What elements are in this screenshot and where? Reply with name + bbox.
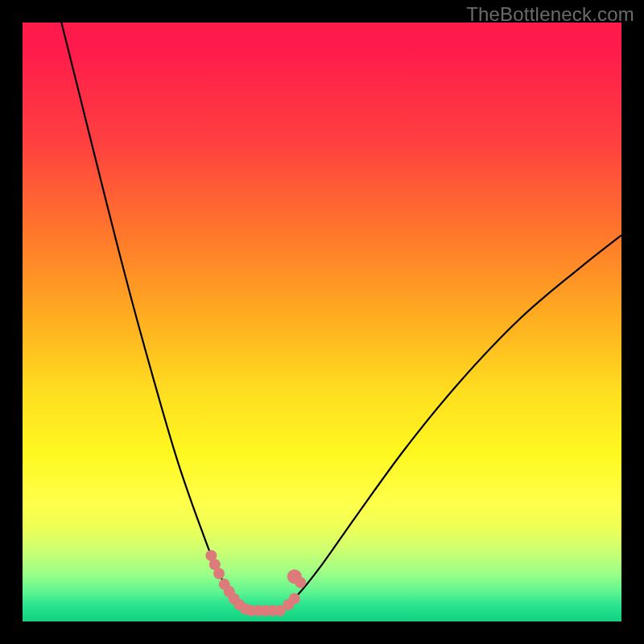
left-curve (61, 23, 250, 611)
marker-dot (289, 593, 300, 605)
watermark-text: TheBottleneck.com (466, 3, 634, 26)
marker-layer (205, 550, 306, 616)
marker-dot (213, 568, 225, 579)
chart-svg (23, 23, 621, 621)
right-curve (280, 235, 621, 610)
series-lines (61, 23, 621, 611)
chart-frame: TheBottleneck.com (0, 0, 644, 644)
marker-dot (295, 577, 306, 588)
plot-area (23, 23, 621, 621)
